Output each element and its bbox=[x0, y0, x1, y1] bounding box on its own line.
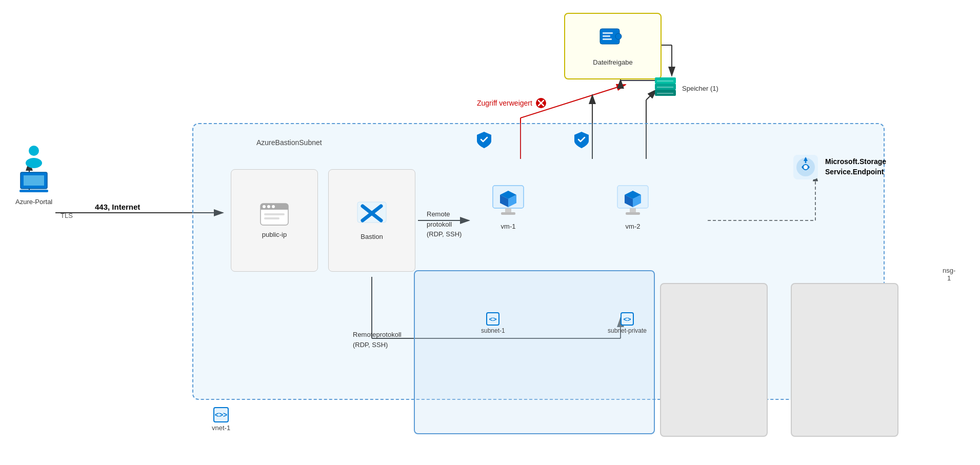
vnet1-icon-group: <>> vnet-1 bbox=[212, 407, 230, 432]
svg-text:<>>: <>> bbox=[215, 411, 228, 419]
svg-point-78 bbox=[804, 165, 808, 169]
svg-rect-44 bbox=[505, 208, 511, 212]
svg-text:<>: <> bbox=[489, 315, 497, 323]
zugriff-label: Zugriff verweigert bbox=[477, 99, 532, 107]
vm2-group: vm-2 bbox=[614, 185, 651, 230]
svg-rect-24 bbox=[24, 175, 44, 186]
subnet1-icon-group: <> subnet-1 bbox=[481, 312, 505, 334]
speicher-group: Speicher (1) bbox=[654, 74, 718, 103]
svg-rect-45 bbox=[501, 212, 515, 215]
svg-rect-69 bbox=[655, 77, 676, 84]
svg-rect-32 bbox=[264, 213, 285, 215]
nsg1-label: nsg-1 bbox=[943, 267, 955, 282]
svg-rect-25 bbox=[19, 190, 48, 192]
vm1-label: vm-1 bbox=[501, 223, 516, 230]
subnet1-label: subnet-1 bbox=[481, 327, 505, 334]
azure-portal-label: Azure-Portal bbox=[15, 198, 52, 206]
svg-text:<>: <> bbox=[623, 315, 631, 323]
svg-rect-53 bbox=[626, 212, 640, 215]
nsg1-shield-icon bbox=[476, 131, 492, 149]
service-endpoint-group: Microsoft.StorageService.Endpoint bbox=[792, 154, 886, 180]
zugriff-group: Zugriff verweigert bbox=[477, 97, 547, 109]
subnet-private-icon: <> bbox=[620, 312, 634, 326]
svg-rect-67 bbox=[655, 90, 676, 96]
vm2-icon bbox=[614, 185, 651, 218]
speicher-label: Speicher (1) bbox=[682, 85, 718, 92]
subnet1-box bbox=[660, 283, 768, 437]
svg-rect-66 bbox=[603, 38, 612, 40]
svg-point-22 bbox=[26, 158, 42, 168]
svg-rect-33 bbox=[264, 217, 279, 219]
person-icon bbox=[22, 144, 46, 168]
svg-rect-68 bbox=[655, 84, 676, 90]
dateifreigabe-box: Dateifreigabe bbox=[564, 13, 662, 79]
dateifreigabe-icon bbox=[597, 26, 628, 54]
svg-rect-64 bbox=[603, 32, 613, 34]
service-endpoint-icon bbox=[792, 154, 819, 180]
dateifreigabe-label: Dateifreigabe bbox=[593, 58, 632, 66]
remote-label-2: Remoteprotokoll (RDP, SSH) bbox=[353, 330, 402, 350]
vnet1-label: vnet-1 bbox=[212, 424, 230, 432]
bastion-subnet-box bbox=[414, 270, 655, 434]
bastion-subnet-label: AzureBastionSubnet bbox=[256, 138, 322, 147]
service-endpoint-label: Microsoft.StorageService.Endpoint bbox=[825, 157, 886, 177]
internet-label: 443, Internet bbox=[95, 203, 140, 211]
subnet-private-icon-group: <> subnet-private bbox=[608, 312, 647, 334]
subnet1-icon: <> bbox=[486, 312, 500, 326]
azure-portal-group: Azure-Portal bbox=[15, 144, 52, 206]
vm1-group: vm-1 bbox=[490, 185, 527, 230]
public-ip-label: public-ip bbox=[262, 231, 287, 238]
bastion-box: Bastion bbox=[328, 169, 415, 272]
vnet1-icon: <>> bbox=[213, 407, 229, 423]
svg-point-30 bbox=[267, 205, 270, 208]
public-ip-icon bbox=[260, 203, 289, 226]
public-ip-box: public-ip bbox=[231, 169, 318, 272]
speicher-icon bbox=[654, 74, 677, 103]
diagram-container: Azure-Portal TLS 443, Internet AzureBast… bbox=[0, 0, 980, 465]
svg-rect-65 bbox=[603, 35, 610, 37]
bastion-icon bbox=[356, 201, 387, 228]
tls-label: TLS bbox=[61, 212, 73, 219]
subnet-private-box bbox=[791, 283, 898, 437]
remote-label-1: Remote protokoll (RDP, SSH) bbox=[427, 209, 462, 239]
svg-point-21 bbox=[29, 146, 39, 156]
svg-point-29 bbox=[263, 205, 266, 208]
svg-point-31 bbox=[272, 205, 275, 208]
nsg-private-group: nsg-private bbox=[573, 131, 590, 149]
bastion-label: Bastion bbox=[361, 233, 383, 240]
nsg1-group: nsg-1 bbox=[476, 131, 492, 149]
vm2-label: vm-2 bbox=[626, 223, 641, 230]
vm1-icon bbox=[490, 185, 527, 218]
nsg-private-shield-icon bbox=[573, 131, 590, 149]
portal-device-icon bbox=[19, 171, 48, 193]
deny-icon bbox=[535, 97, 547, 109]
subnet-private-label: subnet-private bbox=[608, 327, 647, 334]
svg-rect-52 bbox=[630, 208, 636, 212]
